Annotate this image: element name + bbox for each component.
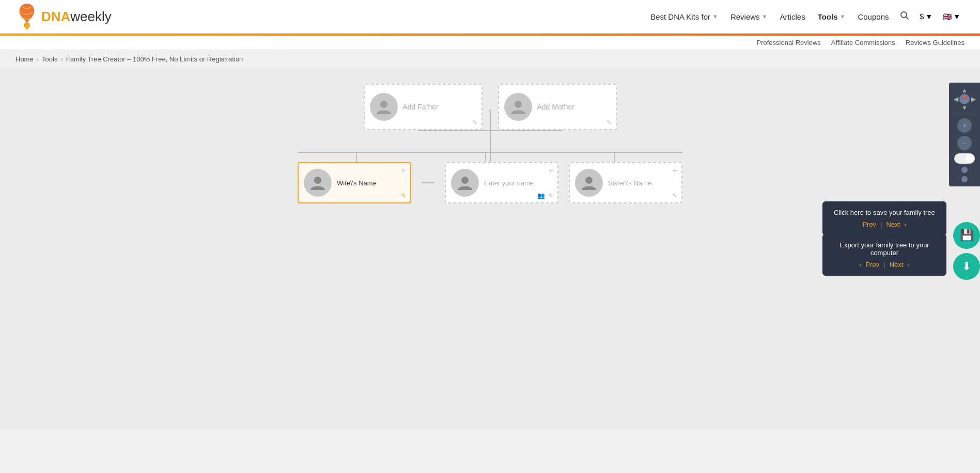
mother-avatar xyxy=(504,93,532,121)
mother-name-label: Add Mother xyxy=(537,103,574,111)
save-tooltip: Click here to save your family tree Prev… xyxy=(822,201,946,235)
breadcrumb-current[interactable]: Family Tree Creator – 100% Free, No Limi… xyxy=(66,55,243,63)
nav-best-dna[interactable]: Best DNA Kits for ▼ xyxy=(645,8,723,25)
language-selector[interactable]: 🇬🇧 ▼ xyxy=(939,9,965,24)
logo-dna: DNA xyxy=(41,9,70,24)
wife-plus-icon[interactable]: + xyxy=(401,166,406,176)
chevron-down-icon: ▼ xyxy=(925,12,932,21)
pan-down-button[interactable]: ▼ xyxy=(959,104,970,112)
mother-card[interactable]: Add Mother ✎ xyxy=(498,84,617,130)
self-pencil-icon[interactable]: ✎ xyxy=(548,192,553,199)
save-icon: 💾 xyxy=(960,229,974,242)
zoom-in-button[interactable]: + xyxy=(957,118,972,133)
sister-avatar xyxy=(575,169,603,197)
nav-articles[interactable]: Articles xyxy=(774,8,810,25)
save-next-button[interactable]: Next xyxy=(886,220,900,228)
family-tree-area: Add Father ✎ Add Mother ✎ xyxy=(15,84,965,203)
svg-point-8 xyxy=(585,177,593,184)
nav-reviews[interactable]: Reviews ▼ xyxy=(725,8,773,25)
svg-point-4 xyxy=(380,101,387,108)
export-tooltip: Export your family tree to your computer… xyxy=(822,234,946,276)
sister-pencil-icon[interactable]: ✎ xyxy=(672,192,677,199)
zoom-out-button[interactable]: – xyxy=(957,136,972,150)
export-prev-button[interactable]: ‹ xyxy=(859,261,861,269)
svg-point-7 xyxy=(461,177,469,184)
svg-point-6 xyxy=(314,177,321,184)
download-tree-button[interactable]: ⬇ xyxy=(953,253,980,280)
search-button[interactable] xyxy=(896,7,913,26)
affiliate-commissions-link[interactable]: Affiliate Commissions xyxy=(831,39,895,46)
father-edit-icon[interactable]: ✎ xyxy=(472,119,477,126)
wife-card[interactable]: Wife\'s Name + ✎ xyxy=(298,162,411,203)
wife-avatar xyxy=(304,169,332,197)
toggle-switch[interactable] xyxy=(954,153,975,164)
right-nav-panel: ▲ ◀ 📍 ▶ ▼ + – xyxy=(949,83,980,186)
mother-edit-icon[interactable]: ✎ xyxy=(606,119,612,126)
breadcrumb: Home › Tools › Family Tree Creator – 100… xyxy=(0,50,980,68)
svg-line-3 xyxy=(906,17,909,20)
pan-right-button[interactable]: ▶ xyxy=(970,94,977,104)
pan-left-button[interactable]: ◀ xyxy=(952,94,959,104)
children-row: Wife\'s Name + ✎ Enter your name + 👥 ✎ xyxy=(298,162,682,203)
professional-reviews-link[interactable]: Professional Reviews xyxy=(757,39,821,46)
export-tooltip-text: Export your family tree to your computer xyxy=(831,241,938,257)
father-name-label: Add Father xyxy=(403,103,439,111)
sister-card[interactable]: Sister\'s Name + ✎ xyxy=(569,162,682,203)
reviews-guidelines-link[interactable]: Reviews Guidelines xyxy=(906,39,965,46)
header: DNAweekly Best DNA Kits for ▼ Reviews ▼ … xyxy=(0,0,980,34)
chevron-down-icon: ▼ xyxy=(840,13,846,20)
people-icon: 👥 xyxy=(537,192,545,199)
father-card[interactable]: Add Father ✎ xyxy=(364,84,483,130)
children-connector xyxy=(298,152,682,162)
nav-coupons[interactable]: Coupons xyxy=(852,8,894,25)
chevron-down-icon: ▼ xyxy=(712,13,718,20)
main-nav: Best DNA Kits for ▼ Reviews ▼ Articles T… xyxy=(645,7,965,26)
panel-divider xyxy=(954,115,975,115)
breadcrumb-home[interactable]: Home xyxy=(15,55,34,63)
svg-rect-1 xyxy=(26,27,28,29)
svg-point-5 xyxy=(515,101,522,108)
logo-weekly: weekly xyxy=(70,9,111,24)
sister-plus-icon[interactable]: + xyxy=(673,166,677,176)
dot-control-2[interactable] xyxy=(961,176,968,182)
self-card[interactable]: Enter your name + 👥 ✎ xyxy=(445,162,558,203)
save-tree-button[interactable]: 💾 xyxy=(953,222,980,249)
breadcrumb-sep: › xyxy=(60,55,63,63)
currency-selector[interactable]: $ ▼ xyxy=(915,9,937,24)
parents-row: Add Father ✎ Add Mother ✎ xyxy=(364,84,617,130)
self-plus-icon[interactable]: + xyxy=(549,166,553,176)
export-next-button[interactable]: › xyxy=(907,261,909,269)
download-icon: ⬇ xyxy=(962,260,971,273)
pin-icon: 📍 xyxy=(959,94,970,104)
sub-nav: Professional Reviews Affiliate Commissio… xyxy=(0,36,980,50)
action-buttons: 💾 ⬇ xyxy=(953,222,980,280)
nav-tools[interactable]: Tools ▼ xyxy=(813,8,851,25)
self-avatar xyxy=(451,169,479,197)
export-tooltip-nav: ‹ Prev | Next › xyxy=(831,261,938,269)
pan-up-button[interactable]: ▲ xyxy=(959,87,970,94)
save-prev-button[interactable]: Prev xyxy=(862,220,876,228)
sister-name: Sister\'s Name xyxy=(608,179,651,187)
self-name: Enter your name xyxy=(484,179,534,187)
tree-connector xyxy=(418,130,563,152)
breadcrumb-sep: › xyxy=(37,55,39,63)
save-tooltip-text: Click here to save your family tree xyxy=(831,209,938,216)
chevron-down-icon: ▼ xyxy=(762,13,768,20)
chevron-down-icon: ▼ xyxy=(953,12,960,21)
spouse-connector xyxy=(422,182,434,183)
father-avatar xyxy=(370,93,398,121)
dot-control-1[interactable] xyxy=(961,167,968,173)
save-tooltip-nav: Prev | Next › xyxy=(831,220,938,228)
wife-name: Wife\'s Name xyxy=(337,179,377,187)
wife-pencil-icon[interactable]: ✎ xyxy=(401,192,406,199)
breadcrumb-tools[interactable]: Tools xyxy=(42,55,57,63)
logo[interactable]: DNAweekly xyxy=(15,3,112,30)
pan-controls: ▲ ◀ 📍 ▶ ▼ xyxy=(952,87,977,112)
